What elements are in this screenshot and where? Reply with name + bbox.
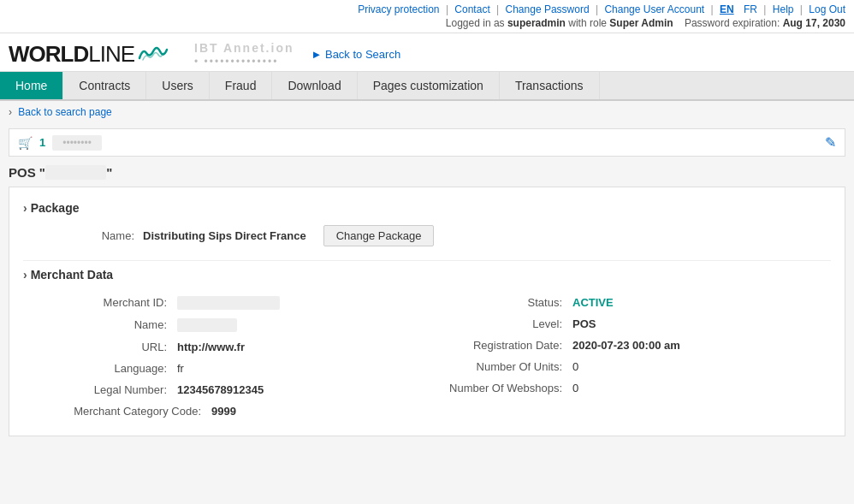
package-row: Name: Distributing Sips Direct France Ch… <box>23 225 831 246</box>
logged-info: Logged in as superadmin with role Super … <box>9 17 845 29</box>
merchant-language-value: fr <box>177 362 184 375</box>
merchant-url-label: URL: <box>40 341 177 353</box>
nav-download[interactable]: Download <box>272 72 357 99</box>
merchant-level-value: POS <box>572 317 596 330</box>
package-name-label: Name: <box>40 229 143 242</box>
merchant-id-row: Merchant ID: <box>40 292 436 314</box>
breadcrumb[interactable]: Back to search page <box>0 101 854 123</box>
lang-fr-link[interactable]: FR <box>744 3 757 15</box>
pos-cart: 🛒 1 •••••••• <box>18 135 102 151</box>
nav-contracts[interactable]: Contracts <box>63 72 146 99</box>
nav-transactions[interactable]: Transactions <box>500 72 600 99</box>
pos-title: POS "••• •••••••••" <box>9 162 845 187</box>
divider <box>23 260 831 261</box>
logo-world: WORLD <box>9 41 88 68</box>
separator: | <box>763 3 766 15</box>
merchant-units-label: Number Of Units: <box>436 360 572 373</box>
change-user-account-link[interactable]: Change User Account <box>604 3 704 15</box>
change-package-button[interactable]: Change Package <box>323 225 435 246</box>
merchant-name-label: Name: <box>40 318 177 331</box>
separator: | <box>596 3 598 15</box>
merchant-data-section-header[interactable]: Merchant Data <box>23 268 831 282</box>
edit-icon[interactable]: ✎ <box>825 134 836 151</box>
back-to-search-link[interactable]: ► Back to Search <box>311 48 400 61</box>
merchant-id-label: Merchant ID: <box>40 296 177 309</box>
contact-link[interactable]: Contact <box>454 3 489 15</box>
merchant-id-header: • •••••••••••••• <box>194 56 294 68</box>
merchant-status-label: Status: <box>436 296 572 309</box>
merchant-status-value: ACTIVE <box>572 296 614 309</box>
merchant-data-grid: Merchant ID: Name: URL: http://www.fr La… <box>23 292 831 422</box>
merchant-level-label: Level: <box>436 317 572 330</box>
merchant-webshops-row: Number Of Webshops: 0 <box>436 377 831 399</box>
merchant-language-row: Language: fr <box>40 358 436 379</box>
merchant-legal-number-row: Legal Number: 12345678912345 <box>40 379 436 400</box>
merchant-status-row: Status: ACTIVE <box>436 292 831 313</box>
cart-label: •••••••• <box>52 135 102 151</box>
cart-number: 1 <box>39 136 45 149</box>
nav-users[interactable]: Users <box>146 72 210 99</box>
merchant-url-value: http://www.fr <box>177 341 245 353</box>
merchant-name-row: Name: <box>40 314 436 336</box>
change-password-link[interactable]: Change Password <box>506 3 590 15</box>
package-section-header[interactable]: Package <box>23 201 831 215</box>
merchant-category-code-row: Merchant Category Code: 9999 <box>40 400 436 422</box>
merchant-webshops-value: 0 <box>572 382 578 394</box>
back-to-search-page-link[interactable]: Back to search page <box>18 106 111 118</box>
merchant-registration-date-row: Registration Date: 2020-07-23 00:00 am <box>436 335 831 356</box>
main-card: Package Name: Distributing Sips Direct F… <box>9 187 845 436</box>
privacy-protection-link[interactable]: Privacy protection <box>358 3 439 15</box>
merchant-language-label: Language: <box>40 362 177 375</box>
merchant-data-right: Status: ACTIVE Level: POS Registration D… <box>436 292 831 422</box>
lang-en-link[interactable]: EN <box>720 3 734 15</box>
logo-line: LINE <box>88 41 134 68</box>
logout-link[interactable]: Log Out <box>809 3 845 15</box>
nav-home[interactable]: Home <box>0 72 63 99</box>
merchant-category-code-label: Merchant Category Code: <box>40 405 211 418</box>
top-bar: Privacy protection | Contact | Change Pa… <box>0 0 854 33</box>
nav-fraud[interactable]: Fraud <box>210 72 273 99</box>
separator: | <box>711 3 714 15</box>
merchant-id-value <box>177 296 280 310</box>
merchant-registration-date-value: 2020-07-23 00:00 am <box>572 339 680 352</box>
merchant-webshops-label: Number Of Webshops: <box>436 382 572 394</box>
main-content: 🛒 1 •••••••• ✎ POS "••• •••••••••" Packa… <box>0 123 854 442</box>
merchant-level-row: Level: POS <box>436 313 831 335</box>
cart-icon: 🛒 <box>18 136 33 150</box>
merchant-data-left: Merchant ID: Name: URL: http://www.fr La… <box>40 292 436 422</box>
nav-bar: Home Contracts Users Fraud Download Page… <box>0 72 854 101</box>
back-to-search-header[interactable]: ► Back to Search <box>311 48 400 61</box>
help-link[interactable]: Help <box>773 3 794 15</box>
header: WORLDLINE IBT Annet.ion • ••••••••••••••… <box>0 33 854 72</box>
separator: | <box>800 3 803 15</box>
merchant-category-code-value: 9999 <box>211 405 236 418</box>
merchant-legal-number-value: 12345678912345 <box>177 383 264 396</box>
merchant-name-value <box>177 318 237 332</box>
logo: WORLDLINE <box>9 41 169 68</box>
logo-wave <box>138 43 169 66</box>
pos-bar: 🛒 1 •••••••• ✎ <box>9 128 845 157</box>
merchant-name: IBT Annet.ion <box>194 40 294 56</box>
package-name-value: Distributing Sips Direct France <box>143 229 306 242</box>
merchant-info: IBT Annet.ion • •••••••••••••• <box>194 40 294 68</box>
merchant-url-row: URL: http://www.fr <box>40 336 436 358</box>
merchant-units-value: 0 <box>572 360 578 373</box>
merchant-legal-number-label: Legal Number: <box>40 383 177 396</box>
separator: | <box>496 3 499 15</box>
merchant-registration-date-label: Registration Date: <box>436 339 572 352</box>
nav-pages-customization[interactable]: Pages customization <box>358 72 500 99</box>
merchant-units-row: Number Of Units: 0 <box>436 356 831 377</box>
separator: | <box>446 3 448 15</box>
